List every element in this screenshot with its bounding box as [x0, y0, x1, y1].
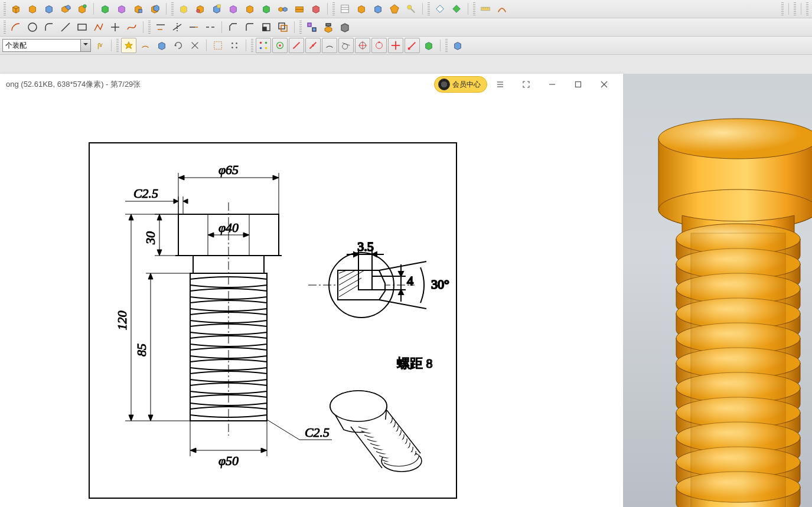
sel-a[interactable] [92, 38, 107, 53]
tool-polyline[interactable] [91, 19, 106, 35]
snap-line1[interactable] [289, 38, 304, 53]
menu-button[interactable] [487, 75, 513, 94]
fullscreen-button[interactable] [513, 75, 539, 94]
snap-cube[interactable] [421, 38, 436, 53]
tool-rectangle[interactable] [74, 19, 90, 35]
tool-2i[interactable] [308, 1, 324, 17]
fillet-icon [43, 21, 55, 33]
tool-1g[interactable] [114, 1, 129, 17]
tool-1i[interactable] [147, 1, 162, 17]
close-icon [601, 81, 608, 88]
grip[interactable] [251, 39, 253, 52]
tool-2a[interactable] [176, 1, 191, 17]
tool-break[interactable] [203, 19, 218, 35]
image-viewer-titlebar[interactable]: ong (52.61KB, 638*574像素) - 第7/29张 会员中心 [0, 74, 623, 96]
dropdown-icon[interactable] [80, 40, 90, 51]
tool-corner[interactable] [259, 19, 274, 35]
close-button[interactable] [591, 75, 617, 94]
snap-tan[interactable] [338, 38, 354, 53]
tool-2g[interactable] [275, 1, 291, 17]
dim-120: 120 [115, 311, 129, 331]
grip[interactable] [445, 39, 448, 52]
grip[interactable] [332, 2, 335, 15]
tool-2d[interactable] [226, 1, 241, 17]
tool-misc-a[interactable] [304, 19, 319, 35]
tool-misc-c[interactable] [337, 19, 353, 35]
tool-4b[interactable] [449, 1, 464, 17]
tool-point[interactable] [107, 19, 123, 35]
tool-spline[interactable] [124, 19, 139, 35]
sel-e[interactable] [187, 38, 203, 53]
snap-int[interactable] [388, 38, 403, 53]
snap-b[interactable] [272, 38, 288, 53]
grip[interactable] [473, 2, 475, 15]
grip[interactable] [781, 2, 784, 15]
grip[interactable] [171, 2, 174, 15]
sel-c[interactable] [154, 38, 169, 53]
tool-misc-b[interactable] [321, 19, 336, 35]
sel-f[interactable] [227, 38, 242, 53]
sel-box[interactable] [210, 38, 226, 53]
tool-line[interactable] [58, 19, 73, 35]
tool-1f[interactable] [97, 1, 113, 17]
grip[interactable] [299, 21, 302, 34]
svg-marker-119 [174, 199, 178, 204]
view-cube[interactable] [450, 38, 465, 53]
sel-d[interactable] [171, 38, 186, 53]
tool-fillet[interactable] [41, 19, 57, 35]
tool-new-part[interactable] [8, 1, 24, 17]
x-icon [190, 40, 200, 51]
grip[interactable] [806, 2, 808, 15]
tool-offset[interactable] [275, 19, 291, 35]
snap-arc[interactable] [322, 38, 337, 53]
tool-3d[interactable] [387, 1, 402, 17]
member-center-badge[interactable]: 会员中心 [434, 76, 487, 93]
tool-trim-a[interactable] [153, 19, 168, 35]
cad-3d-viewport[interactable] [623, 74, 812, 507]
tool-3e[interactable] [403, 1, 419, 17]
snap-a[interactable] [256, 38, 271, 53]
tool-fillet2[interactable] [242, 19, 257, 35]
snap-cen[interactable] [355, 38, 370, 53]
sel-star[interactable] [121, 38, 136, 53]
snap-quad[interactable] [371, 38, 387, 53]
grip[interactable] [794, 2, 796, 15]
svg-marker-142 [261, 448, 267, 453]
minimize-button[interactable] [539, 75, 565, 94]
grip[interactable] [116, 39, 119, 52]
tool-5a[interactable] [478, 1, 493, 17]
tool-chamfer[interactable] [226, 19, 241, 35]
snap-end[interactable] [405, 38, 420, 53]
snap-line2[interactable] [305, 38, 321, 53]
grip[interactable] [4, 2, 6, 15]
tool-1c[interactable] [41, 1, 57, 17]
tool-3a[interactable] [337, 1, 353, 17]
tool-trim-b[interactable] [169, 19, 185, 35]
tool-arc[interactable] [8, 19, 24, 35]
tool-5b[interactable] [494, 1, 510, 17]
tool-circle[interactable] [25, 19, 40, 35]
tool-3b[interactable] [354, 1, 369, 17]
tool-2h[interactable] [292, 1, 307, 17]
assembly-selector[interactable]: 个装配 [2, 39, 91, 52]
tool-3c[interactable] [370, 1, 386, 17]
tool-4a[interactable] [432, 1, 448, 17]
svg-marker-125 [157, 250, 162, 256]
maximize-button[interactable] [565, 75, 591, 94]
tool-1h[interactable] [131, 1, 146, 17]
tool-2b[interactable] [193, 1, 208, 17]
tool-2f[interactable] [259, 1, 274, 17]
grip[interactable] [4, 21, 6, 34]
sel-b[interactable] [138, 38, 153, 53]
grip[interactable] [148, 21, 151, 34]
tool-1b[interactable] [25, 1, 40, 17]
tool-extend[interactable] [186, 19, 201, 35]
svg-marker-4 [30, 6, 36, 14]
tool-1d[interactable] [58, 1, 73, 17]
tool-2c[interactable] [209, 1, 224, 17]
tool-2e[interactable] [242, 1, 257, 17]
tool-1e[interactable] [74, 1, 90, 17]
grip[interactable] [428, 2, 430, 15]
cube-icon [311, 4, 321, 14]
image-viewer-body[interactable]: φ65 C2.5 30 [0, 95, 623, 507]
